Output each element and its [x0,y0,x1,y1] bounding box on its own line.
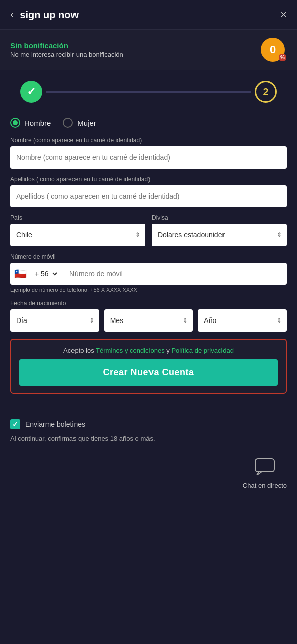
terms-link[interactable]: Términos y condiciones [96,347,165,354]
phone-divider [62,266,62,281]
currency-select-wrapper: Dolares estadounider ⇕ [152,224,287,246]
surname-input[interactable] [10,185,287,207]
step-1-done: ✓ [20,80,42,103]
badge-circle: 0 % [261,38,285,62]
chat-icon [255,458,275,475]
phone-label: Número de móvil [10,253,287,260]
newsletter-checkbox[interactable]: ✓ [10,419,20,429]
day-field-group: Día ⇕ [10,309,99,332]
currency-field-group: Divisa Dolares estadounider ⇕ [152,214,287,246]
close-button[interactable]: × [280,8,287,21]
badge-percent: % [279,54,286,61]
step-line [46,91,251,93]
radio-female-dot [63,118,73,128]
badge-number: 0 [270,44,276,55]
day-select-wrapper: Día ⇕ [10,309,99,332]
country-select-wrapper: Chile ⇕ [10,224,145,246]
country-field-group: País Chile ⇕ [10,214,145,246]
page-title: sign up now [20,9,79,21]
bonus-bar: Sin bonificación No me interesa recibir … [0,30,297,70]
gender-male-label: Hombre [24,119,51,127]
phone-input[interactable] [65,263,287,285]
accept-area: Acepto los Términos y condiciones y Polí… [10,339,287,394]
phone-code-select[interactable]: + 56 [31,269,59,278]
svg-rect-0 [255,459,274,472]
bottom-area: ✓ Enviarme boletines Al continuar, confi… [0,404,297,453]
radio-male-dot [10,118,20,128]
surname-label: Apellidos ( como aparecen en tu carné de… [10,176,287,183]
newsletter-label: Enviarme boletines [25,420,85,428]
gender-female-label: Mujer [77,119,96,127]
phone-field: 🇨🇱 + 56 [10,263,287,285]
month-select-wrapper: Mes ⇕ [104,309,193,332]
name-input[interactable] [10,146,287,169]
newsletter-row: ✓ Enviarme boletines [10,419,287,429]
chat-button[interactable]: Chat en directo [243,458,287,489]
footer-row: Chat en directo [0,458,297,499]
flag-emoji: 🇨🇱 [14,269,27,279]
phone-field-group: Número de móvil 🇨🇱 + 56 Ejemplo de númer… [10,253,287,293]
year-select[interactable]: Año [198,309,287,332]
age-confirm-text: Al continuar, confirmas que tienes 18 añ… [10,434,161,443]
bonus-title: Sin bonificación [10,41,123,50]
header: ‹ sign up now × [0,0,297,30]
country-currency-row: País Chile ⇕ Divisa Dolares estadounider… [10,214,287,246]
create-account-button[interactable]: Crear Nueva Cuenta [19,359,278,386]
phone-hint: Ejemplo de número de teléfono: +56 X XXX… [10,287,287,293]
chat-label: Chat en directo [243,481,287,489]
bonus-subtitle: No me interesa recibir una bonificación [10,51,123,58]
bonus-text: Sin bonificación No me interesa recibir … [10,41,123,58]
year-select-wrapper: Año ⇕ [198,309,287,332]
currency-select[interactable]: Dolares estadounider [152,224,287,246]
step-2-current: 2 [255,80,277,103]
phone-flag: 🇨🇱 [10,269,31,279]
form-area: Hombre Mujer Nombre (como aparece en tu … [0,113,297,404]
day-select[interactable]: Día [10,309,99,332]
accept-and: y [166,347,171,354]
accept-text: Acepto los Términos y condiciones y Polí… [19,347,278,354]
country-select[interactable]: Chile [10,224,145,246]
surname-field-group: Apellidos ( como aparecen en tu carné de… [10,176,287,207]
checkbox-check: ✓ [12,420,18,428]
name-field-group: Nombre (como aparece en tu carné de iden… [10,137,287,169]
gender-male[interactable]: Hombre [10,118,51,128]
year-field-group: Año ⇕ [198,309,287,332]
bonus-badge: 0 % [259,36,287,64]
country-label: País [10,214,145,221]
gender-female[interactable]: Mujer [63,118,96,128]
currency-label: Divisa [152,214,287,221]
header-left: ‹ sign up now [10,8,79,21]
steps-area: ✓ 2 [0,70,297,113]
dob-row: Día ⇕ Mes ⇕ Año ⇕ [10,309,287,332]
back-button[interactable]: ‹ [10,8,14,21]
month-select[interactable]: Mes [104,309,193,332]
dob-label: Fecha de nacimiento [10,300,287,307]
dob-field-group: Fecha de nacimiento Día ⇕ Mes ⇕ [10,300,287,332]
accept-prefix: Acepto los [63,347,96,354]
privacy-link[interactable]: Política de privacidad [171,347,234,354]
name-label: Nombre (como aparece en tu carné de iden… [10,137,287,144]
month-field-group: Mes ⇕ [104,309,193,332]
gender-group: Hombre Mujer [10,118,287,128]
